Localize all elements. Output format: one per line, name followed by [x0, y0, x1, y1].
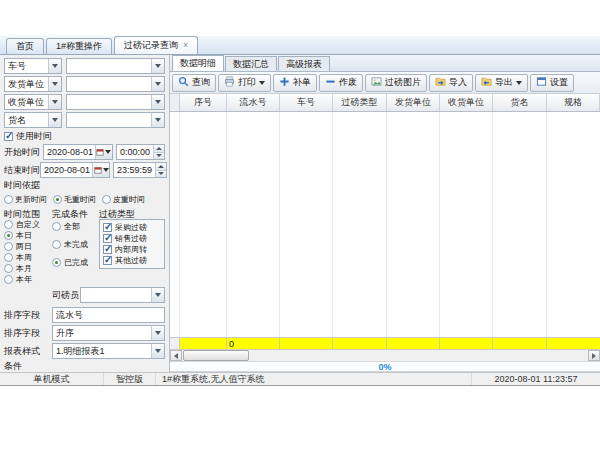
radio-range-custom[interactable]: [4, 220, 13, 229]
supplement-order-button[interactable]: 补单: [273, 74, 317, 92]
status-bar: 单机模式 智控版 1#称重系统,无人值守系统 2020-08-01 11:23:…: [0, 372, 600, 386]
radio-gross-time[interactable]: [53, 195, 62, 204]
field-selector-shipper-label: 发货单位: [5, 78, 48, 91]
report-style-combo[interactable]: 1.明细报表1: [52, 343, 165, 359]
print-menu-arrow-icon[interactable]: [259, 81, 265, 85]
print-button[interactable]: 打印: [218, 74, 271, 92]
dropdown-arrow-icon[interactable]: [151, 59, 164, 73]
dropdown-arrow-icon[interactable]: [151, 344, 164, 358]
subtab-data-detail[interactable]: 数据明细: [172, 55, 224, 71]
radio-finish-incomplete[interactable]: [52, 240, 61, 249]
close-tab-icon[interactable]: ×: [183, 41, 188, 50]
field-selector-receiver[interactable]: 收货单位: [4, 94, 62, 110]
column-header-receiver[interactable]: 收货单位: [440, 94, 493, 111]
export-button[interactable]: 导出: [475, 74, 528, 92]
calendar-icon[interactable]: [92, 163, 109, 177]
column-header-index[interactable]: 序号: [180, 94, 227, 111]
end-time-spinner[interactable]: 23:59:59: [113, 162, 167, 178]
radio-tare-time[interactable]: [102, 195, 111, 204]
dropdown-arrow-icon[interactable]: [48, 95, 61, 109]
query-button[interactable]: 查询: [172, 74, 216, 92]
scrollbar-thumb[interactable]: [183, 350, 249, 361]
start-time-spinner[interactable]: 0:00:00: [116, 144, 165, 160]
radio-finish-complete[interactable]: [52, 258, 61, 267]
status-datetime: 2020-08-01 11:23:57: [472, 373, 600, 385]
dropdown-arrow-icon[interactable]: [48, 77, 61, 91]
time-range-group: 时间范围 自定义 本日 两日 本周 本月 本年: [4, 208, 52, 285]
operator-label: 司磅员: [4, 289, 80, 302]
checkbox-other-weigh[interactable]: [103, 256, 112, 265]
dropdown-arrow-icon[interactable]: [151, 288, 164, 302]
column-header-vehicle[interactable]: 车号: [280, 94, 333, 111]
plus-icon: [279, 76, 290, 89]
dropdown-arrow-icon[interactable]: [48, 59, 61, 73]
start-date-picker[interactable]: 2020-08-01: [43, 144, 113, 160]
scroll-left-icon[interactable]: [170, 350, 182, 361]
radio-range-week[interactable]: [4, 253, 13, 262]
void-button[interactable]: 作废: [319, 74, 363, 92]
time-basis-label: 时间依据: [4, 179, 40, 192]
checkbox-purchase-weigh[interactable]: [103, 223, 112, 232]
operator-combo[interactable]: [80, 287, 165, 303]
radio-range-year[interactable]: [4, 275, 13, 284]
sort-order-combo[interactable]: 升序: [52, 325, 165, 341]
field-selector-vehicle[interactable]: 车号: [4, 58, 62, 74]
sort-field-input[interactable]: 流水号: [52, 307, 165, 323]
horizontal-scrollbar[interactable]: [170, 350, 600, 362]
column-header-weigh-type[interactable]: 过磅类型: [333, 94, 387, 111]
time-spinner-buttons[interactable]: [155, 163, 166, 177]
checkbox-internal-transfer[interactable]: [103, 245, 112, 254]
radio-range-today[interactable]: [4, 231, 13, 240]
column-header-goods[interactable]: 货名: [493, 94, 547, 111]
query-filter-panel: 车号 发货单位: [0, 55, 170, 372]
finish-condition-label: 完成条件: [52, 208, 99, 219]
sort-order-label: 排序字段: [4, 327, 52, 340]
end-date-picker[interactable]: 2020-08-01: [40, 162, 110, 178]
field-selector-goods[interactable]: 货名: [4, 112, 62, 128]
checkbox-sales-weigh[interactable]: [103, 234, 112, 243]
printer-icon: [224, 76, 235, 89]
screen: 首页 1#称重操作 过磅记录查询 × 车号: [0, 0, 600, 450]
tab-record-query[interactable]: 过磅记录查询 ×: [114, 36, 198, 54]
tab-home[interactable]: 首页: [6, 38, 44, 54]
vehicle-value-combo[interactable]: [66, 58, 165, 74]
spin-down-icon[interactable]: [154, 152, 164, 160]
weigh-type-group: 过磅类型 采购过磅 销售过磅 内部周转 其他过磅: [99, 208, 165, 285]
settings-button[interactable]: 设置: [530, 74, 574, 92]
spin-down-icon[interactable]: [156, 170, 166, 178]
use-time-label: 使用时间: [16, 130, 52, 143]
field-selector-shipper[interactable]: 发货单位: [4, 76, 62, 92]
time-spinner-buttons[interactable]: [153, 145, 164, 159]
data-subtabs: 数据明细 数据汇总 高级报表: [170, 55, 600, 72]
dropdown-arrow-icon[interactable]: [151, 326, 164, 340]
data-area: 数据明细 数据汇总 高级报表 查询: [170, 55, 600, 372]
column-header-serial[interactable]: 流水号: [227, 94, 280, 111]
import-button[interactable]: 导入: [429, 74, 473, 92]
dropdown-arrow-icon[interactable]: [151, 113, 164, 127]
tab-record-query-label: 过磅记录查询: [124, 39, 178, 52]
calendar-icon[interactable]: [95, 145, 112, 159]
radio-finish-all[interactable]: [52, 222, 61, 231]
table-body[interactable]: [170, 112, 600, 337]
import-icon: [435, 76, 446, 89]
dropdown-arrow-icon[interactable]: [48, 113, 61, 127]
column-header-shipper[interactable]: 发货单位: [387, 94, 440, 111]
shipper-value-combo[interactable]: [66, 76, 165, 92]
weigh-photos-button[interactable]: 过磅图片: [365, 74, 427, 92]
export-menu-arrow-icon[interactable]: [516, 81, 522, 85]
subtab-advanced-report[interactable]: 高级报表: [278, 56, 330, 71]
goods-value-combo[interactable]: [66, 112, 165, 128]
use-time-checkbox[interactable]: [4, 132, 13, 141]
dropdown-arrow-icon[interactable]: [151, 95, 164, 109]
field-selector-receiver-label: 收货单位: [5, 96, 48, 109]
column-header-spec[interactable]: 规格: [547, 94, 600, 111]
dropdown-arrow-icon[interactable]: [151, 77, 164, 91]
tab-weigh-operation[interactable]: 1#称重操作: [46, 38, 112, 54]
radio-update-time[interactable]: [4, 195, 13, 204]
radio-range-month[interactable]: [4, 264, 13, 273]
subtab-data-summary[interactable]: 数据汇总: [225, 56, 277, 71]
document-tabstrip: 首页 1#称重操作 过磅记录查询 ×: [0, 36, 600, 55]
receiver-value-combo[interactable]: [66, 94, 165, 110]
radio-range-twodays[interactable]: [4, 242, 13, 251]
scroll-right-icon[interactable]: [588, 350, 600, 361]
